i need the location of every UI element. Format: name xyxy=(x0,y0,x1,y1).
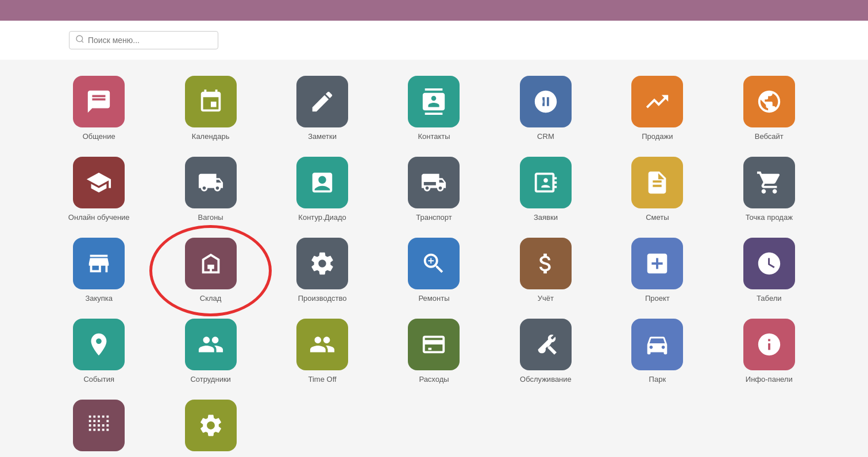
app-item-smety[interactable]: Сметы xyxy=(604,152,710,227)
search-icon xyxy=(75,34,84,46)
app-label-vagony: Вагоны xyxy=(198,213,223,223)
search-box[interactable] xyxy=(69,31,218,49)
app-label-zametki: Заметки xyxy=(308,132,337,142)
app-item-zayavki[interactable]: Заявки xyxy=(493,152,599,227)
app-icon-proekt xyxy=(631,238,683,289)
app-label-kontur: Контур.Диадо xyxy=(298,213,346,223)
app-item-kontakty[interactable]: Контакты xyxy=(381,71,487,146)
app-icon-kalendar xyxy=(185,76,237,127)
app-icon-transport xyxy=(408,157,460,208)
app-item-remonty[interactable]: Ремонты xyxy=(381,233,487,308)
app-icon-zakupka xyxy=(73,238,125,289)
app-icon-online-obuchenie xyxy=(73,157,125,208)
app-label-transport: Транспорт xyxy=(416,213,452,223)
app-icon-sklad xyxy=(185,238,237,289)
app-icon-info-paneli xyxy=(743,319,795,370)
app-label-park: Парк xyxy=(649,375,666,385)
svg-point-2 xyxy=(539,99,543,104)
app-item-zametki[interactable]: Заметки xyxy=(269,71,375,146)
app-icon-nastroyki xyxy=(185,400,237,451)
search-input[interactable] xyxy=(88,36,212,45)
app-icon-park xyxy=(631,319,683,370)
app-item-park[interactable]: Парк xyxy=(604,314,710,389)
app-item-zakupka[interactable]: Закупка xyxy=(46,233,152,308)
app-label-zayavki: Заявки xyxy=(534,213,558,223)
app-label-obsluzhivanie: Обслуживание xyxy=(520,375,572,385)
app-label-proekt: Проект xyxy=(645,294,670,304)
app-item-sotrudniki[interactable]: Сотрудники xyxy=(157,314,263,389)
app-item-prodazhi[interactable]: Продажи xyxy=(604,71,710,146)
app-item-prilozheniya[interactable]: Приложения xyxy=(46,395,152,457)
app-label-smety: Сметы xyxy=(646,213,669,223)
app-icon-zametki xyxy=(296,76,348,127)
app-icon-kontur xyxy=(296,157,348,208)
app-label-tabeli: Табели xyxy=(757,294,782,304)
app-item-info-paneli[interactable]: Инфо-панели xyxy=(716,314,822,389)
app-icon-prilozheniya xyxy=(73,400,125,451)
app-item-obshenie[interactable]: Общение xyxy=(46,71,152,146)
app-item-time-off[interactable]: Time Off xyxy=(269,314,375,389)
app-icon-vebsait xyxy=(743,76,795,127)
app-item-kontur[interactable]: Контур.Диадо xyxy=(269,152,375,227)
app-item-sklad[interactable]: Склад xyxy=(157,233,263,308)
app-item-crm[interactable]: CRM xyxy=(493,71,599,146)
app-icon-obshenie xyxy=(73,76,125,127)
app-icon-rashody xyxy=(408,319,460,370)
app-item-vagony[interactable]: Вагоны xyxy=(157,152,263,227)
svg-line-1 xyxy=(82,41,83,42)
top-bar xyxy=(0,0,868,21)
app-label-proizvodstvo: Производство xyxy=(298,294,347,304)
app-item-nastroyki[interactable]: Настройки xyxy=(157,395,263,457)
app-item-obsluzhivanie[interactable]: Обслуживание xyxy=(493,314,599,389)
app-icon-zayavki xyxy=(520,157,572,208)
app-icon-proizvodstvo xyxy=(296,238,348,289)
app-icon-tabeli xyxy=(743,238,795,289)
app-label-sklad: Склад xyxy=(200,294,222,304)
app-item-proekt[interactable]: Проект xyxy=(604,233,710,308)
app-label-time-off: Time Off xyxy=(308,375,337,385)
app-icon-uchet xyxy=(520,238,572,289)
app-item-kalendar[interactable]: Календарь xyxy=(157,71,263,146)
app-label-kontakty: Контакты xyxy=(418,132,450,142)
app-item-uchet[interactable]: Учёт xyxy=(493,233,599,308)
app-item-tabeli[interactable]: Табели xyxy=(716,233,822,308)
app-label-prodazhi: Продажи xyxy=(642,132,673,142)
app-item-tochka-prodazh[interactable]: Точка продаж xyxy=(716,152,822,227)
app-icon-obsluzhivanie xyxy=(520,319,572,370)
app-icon-remonty xyxy=(408,238,460,289)
app-icon-prodazhi xyxy=(631,76,683,127)
app-label-uchet: Учёт xyxy=(538,294,554,304)
app-item-transport[interactable]: Транспорт xyxy=(381,152,487,227)
app-label-sotrudniki: Сотрудники xyxy=(190,375,230,385)
app-label-rashody: Расходы xyxy=(419,375,449,385)
app-label-obshenie: Общение xyxy=(83,132,115,142)
app-item-sobytiya[interactable]: События xyxy=(46,314,152,389)
app-label-sobytiya: События xyxy=(83,375,114,385)
app-label-remonty: Ремонты xyxy=(419,294,450,304)
svg-point-0 xyxy=(76,36,83,42)
app-icon-sobytiya xyxy=(73,319,125,370)
app-item-vebsait[interactable]: Вебсайт xyxy=(716,71,822,146)
app-label-tochka-prodazh: Точка продаж xyxy=(746,213,793,223)
app-icon-smety xyxy=(631,157,683,208)
search-area xyxy=(0,21,868,60)
app-item-online-obuchenie[interactable]: Онлайн обучение xyxy=(46,152,152,227)
app-item-rashody[interactable]: Расходы xyxy=(381,314,487,389)
app-icon-kontakty xyxy=(408,76,460,127)
app-icon-vagony xyxy=(185,157,237,208)
app-label-online-obuchenie: Онлайн обучение xyxy=(68,213,130,223)
apps-grid: ОбщениеКалендарьЗаметкиКонтактыCRMПродаж… xyxy=(0,60,868,457)
app-label-kalendar: Календарь xyxy=(192,132,230,142)
app-label-vebsait: Вебсайт xyxy=(755,132,784,142)
app-icon-time-off xyxy=(296,319,348,370)
app-icon-tochka-prodazh xyxy=(743,157,795,208)
app-label-crm: CRM xyxy=(537,132,554,142)
app-item-proizvodstvo[interactable]: Производство xyxy=(269,233,375,308)
app-label-zakupka: Закупка xyxy=(85,294,113,304)
app-icon-sotrudniki xyxy=(185,319,237,370)
app-label-info-paneli: Инфо-панели xyxy=(746,375,793,385)
app-icon-crm xyxy=(520,76,572,127)
